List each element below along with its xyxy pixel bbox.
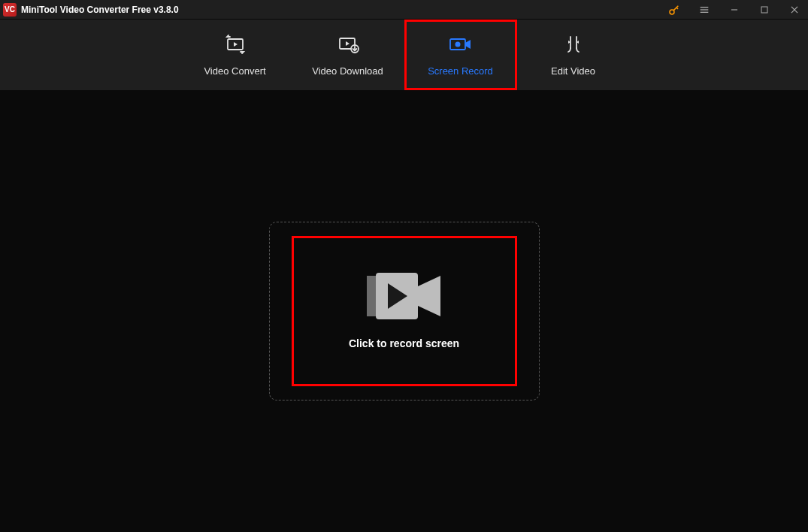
- maximize-icon: [760, 5, 769, 14]
- navbar: Video Convert Video Download: [0, 20, 808, 90]
- content-area: Click to record screen: [0, 90, 808, 532]
- screen-record-icon: [448, 34, 474, 55]
- app-logo-text: VC: [5, 5, 15, 14]
- camera-icon: [367, 273, 442, 319]
- svg-line-2: [676, 8, 678, 9]
- nav-label: Video Convert: [204, 65, 265, 77]
- edit-video-icon: [564, 34, 583, 55]
- nav-label: Screen Record: [428, 65, 493, 77]
- svg-rect-7: [761, 7, 767, 13]
- minimize-button[interactable]: [724, 0, 745, 20]
- svg-marker-11: [234, 42, 238, 47]
- menu-button[interactable]: [694, 0, 715, 20]
- nav-label: Edit Video: [551, 65, 595, 77]
- svg-point-0: [670, 10, 674, 14]
- tab-video-convert[interactable]: Video Convert: [179, 20, 292, 90]
- key-button[interactable]: [664, 0, 685, 20]
- tab-screen-record[interactable]: Screen Record: [404, 20, 517, 90]
- minimize-icon: [729, 5, 740, 15]
- close-button[interactable]: [784, 0, 805, 20]
- video-download-icon: [337, 34, 359, 55]
- tab-edit-video[interactable]: Edit Video: [517, 20, 630, 90]
- record-label: Click to record screen: [349, 337, 459, 349]
- tab-video-download[interactable]: Video Download: [292, 20, 404, 90]
- video-convert-icon: [224, 34, 247, 55]
- svg-point-17: [455, 41, 460, 47]
- titlebar-controls: [664, 0, 805, 20]
- nav-label: Video Download: [312, 65, 383, 77]
- app-title: MiniTool Video Converter Free v3.8.0: [21, 5, 664, 15]
- titlebar: VC MiniTool Video Converter Free v3.8.0: [0, 0, 808, 20]
- record-screen-button[interactable]: Click to record screen: [292, 236, 517, 386]
- drop-zone: Click to record screen: [269, 222, 540, 401]
- key-icon: [668, 4, 680, 16]
- close-icon: [789, 5, 800, 15]
- app-logo: VC: [3, 3, 17, 17]
- window: VC MiniTool Video Converter Free v3.8.0: [0, 0, 808, 532]
- menu-icon: [698, 4, 710, 16]
- maximize-button[interactable]: [754, 0, 775, 20]
- svg-marker-13: [346, 41, 350, 46]
